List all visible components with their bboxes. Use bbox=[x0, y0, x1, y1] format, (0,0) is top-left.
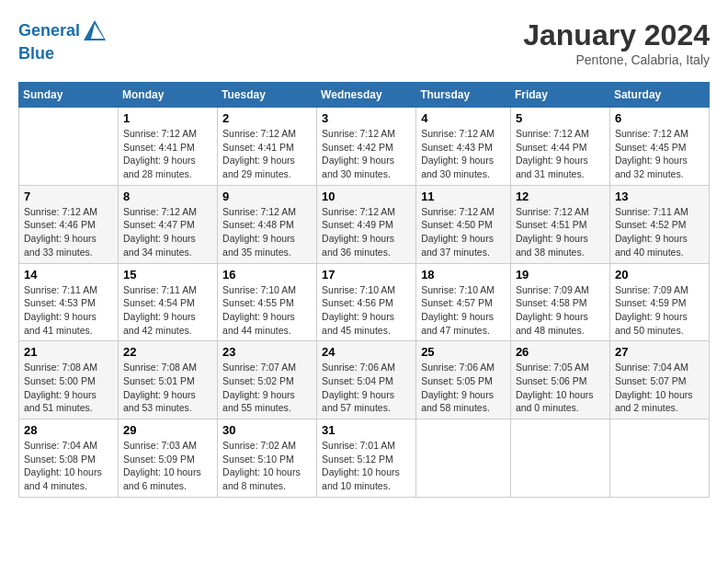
day-info: Sunrise: 7:12 AM Sunset: 4:41 PM Dayligh… bbox=[123, 127, 212, 181]
day-number: 8 bbox=[123, 190, 212, 203]
calendar-table: SundayMondayTuesdayWednesdayThursdayFrid… bbox=[18, 82, 710, 498]
day-info: Sunrise: 7:10 AM Sunset: 4:57 PM Dayligh… bbox=[421, 283, 506, 338]
day-number: 19 bbox=[516, 268, 605, 282]
day-cell: 3Sunrise: 7:12 AM Sunset: 4:42 PM Daylig… bbox=[317, 108, 416, 186]
week-row-1: 1Sunrise: 7:12 AM Sunset: 4:41 PM Daylig… bbox=[19, 108, 710, 186]
month-title: January 2024 bbox=[523, 18, 710, 52]
day-number: 7 bbox=[24, 190, 113, 203]
day-info: Sunrise: 7:12 AM Sunset: 4:42 PM Dayligh… bbox=[322, 127, 411, 181]
day-number: 17 bbox=[322, 268, 411, 282]
day-number: 4 bbox=[421, 111, 506, 125]
day-number: 14 bbox=[24, 268, 113, 282]
day-info: Sunrise: 7:08 AM Sunset: 5:01 PM Dayligh… bbox=[123, 361, 212, 415]
day-cell: 19Sunrise: 7:09 AM Sunset: 4:58 PM Dayli… bbox=[510, 263, 609, 341]
logo: General Blue bbox=[18, 18, 108, 64]
day-cell: 11Sunrise: 7:12 AM Sunset: 4:50 PM Dayli… bbox=[416, 185, 511, 263]
day-cell: 15Sunrise: 7:11 AM Sunset: 4:54 PM Dayli… bbox=[119, 263, 218, 341]
day-cell: 18Sunrise: 7:10 AM Sunset: 4:57 PM Dayli… bbox=[416, 263, 511, 341]
day-info: Sunrise: 7:12 AM Sunset: 4:49 PM Dayligh… bbox=[322, 205, 411, 259]
day-cell: 14Sunrise: 7:11 AM Sunset: 4:53 PM Dayli… bbox=[19, 263, 119, 341]
day-cell: 17Sunrise: 7:10 AM Sunset: 4:56 PM Dayli… bbox=[317, 263, 416, 341]
day-cell bbox=[19, 108, 119, 186]
day-cell: 12Sunrise: 7:12 AM Sunset: 4:51 PM Dayli… bbox=[510, 185, 609, 263]
day-number: 9 bbox=[222, 190, 312, 203]
day-info: Sunrise: 7:03 AM Sunset: 5:09 PM Dayligh… bbox=[123, 439, 212, 493]
day-number: 24 bbox=[322, 345, 411, 359]
day-info: Sunrise: 7:06 AM Sunset: 5:04 PM Dayligh… bbox=[322, 361, 411, 415]
day-cell: 21Sunrise: 7:08 AM Sunset: 5:00 PM Dayli… bbox=[19, 341, 119, 419]
day-cell: 23Sunrise: 7:07 AM Sunset: 5:02 PM Dayli… bbox=[218, 341, 317, 419]
day-number: 22 bbox=[123, 345, 212, 359]
day-info: Sunrise: 7:12 AM Sunset: 4:48 PM Dayligh… bbox=[222, 205, 312, 259]
week-row-2: 7Sunrise: 7:12 AM Sunset: 4:46 PM Daylig… bbox=[19, 185, 710, 263]
day-info: Sunrise: 7:12 AM Sunset: 4:43 PM Dayligh… bbox=[421, 127, 506, 181]
logo-blue: Blue bbox=[18, 44, 54, 63]
day-cell: 31Sunrise: 7:01 AM Sunset: 5:12 PM Dayli… bbox=[317, 419, 416, 498]
day-cell bbox=[510, 419, 609, 498]
day-number: 28 bbox=[24, 423, 113, 437]
day-info: Sunrise: 7:07 AM Sunset: 5:02 PM Dayligh… bbox=[222, 361, 312, 415]
day-number: 1 bbox=[123, 111, 212, 125]
day-info: Sunrise: 7:12 AM Sunset: 4:47 PM Dayligh… bbox=[123, 205, 212, 259]
day-info: Sunrise: 7:12 AM Sunset: 4:50 PM Dayligh… bbox=[421, 205, 506, 259]
day-number: 30 bbox=[222, 423, 312, 437]
day-info: Sunrise: 7:02 AM Sunset: 5:10 PM Dayligh… bbox=[222, 439, 312, 493]
day-cell: 27Sunrise: 7:04 AM Sunset: 5:07 PM Dayli… bbox=[609, 341, 709, 419]
column-header-sunday: Sunday bbox=[19, 83, 119, 108]
column-header-tuesday: Tuesday bbox=[218, 83, 317, 108]
day-info: Sunrise: 7:11 AM Sunset: 4:54 PM Dayligh… bbox=[123, 283, 212, 338]
day-cell: 28Sunrise: 7:04 AM Sunset: 5:08 PM Dayli… bbox=[19, 419, 119, 498]
day-info: Sunrise: 7:04 AM Sunset: 5:08 PM Dayligh… bbox=[24, 439, 113, 493]
day-info: Sunrise: 7:12 AM Sunset: 4:46 PM Dayligh… bbox=[24, 205, 113, 259]
day-cell: 16Sunrise: 7:10 AM Sunset: 4:55 PM Dayli… bbox=[218, 263, 317, 341]
day-number: 15 bbox=[123, 268, 212, 282]
day-number: 12 bbox=[516, 190, 605, 203]
day-cell bbox=[609, 419, 709, 498]
page-header: General Blue January 2024 Pentone, Calab… bbox=[18, 18, 710, 67]
day-cell: 13Sunrise: 7:11 AM Sunset: 4:52 PM Dayli… bbox=[609, 185, 709, 263]
day-info: Sunrise: 7:08 AM Sunset: 5:00 PM Dayligh… bbox=[24, 361, 113, 415]
day-info: Sunrise: 7:11 AM Sunset: 4:53 PM Dayligh… bbox=[24, 283, 113, 338]
day-info: Sunrise: 7:05 AM Sunset: 5:06 PM Dayligh… bbox=[516, 361, 605, 415]
day-info: Sunrise: 7:11 AM Sunset: 4:52 PM Dayligh… bbox=[615, 205, 704, 259]
day-info: Sunrise: 7:12 AM Sunset: 4:45 PM Dayligh… bbox=[615, 127, 704, 181]
column-header-thursday: Thursday bbox=[416, 83, 511, 108]
day-info: Sunrise: 7:12 AM Sunset: 4:44 PM Dayligh… bbox=[516, 127, 605, 181]
day-info: Sunrise: 7:12 AM Sunset: 4:51 PM Dayligh… bbox=[516, 205, 605, 259]
day-cell: 26Sunrise: 7:05 AM Sunset: 5:06 PM Dayli… bbox=[510, 341, 609, 419]
day-cell: 24Sunrise: 7:06 AM Sunset: 5:04 PM Dayli… bbox=[317, 341, 416, 419]
day-info: Sunrise: 7:09 AM Sunset: 4:58 PM Dayligh… bbox=[516, 283, 605, 338]
day-cell: 20Sunrise: 7:09 AM Sunset: 4:59 PM Dayli… bbox=[609, 263, 709, 341]
column-header-saturday: Saturday bbox=[609, 83, 709, 108]
day-number: 3 bbox=[322, 111, 411, 125]
logo-icon bbox=[82, 18, 108, 44]
day-cell: 30Sunrise: 7:02 AM Sunset: 5:10 PM Dayli… bbox=[218, 419, 317, 498]
day-number: 18 bbox=[421, 268, 506, 282]
day-cell: 2Sunrise: 7:12 AM Sunset: 4:41 PM Daylig… bbox=[218, 108, 317, 186]
week-row-5: 28Sunrise: 7:04 AM Sunset: 5:08 PM Dayli… bbox=[19, 419, 710, 498]
title-block: January 2024 Pentone, Calabria, Italy bbox=[523, 18, 710, 67]
column-header-wednesday: Wednesday bbox=[317, 83, 416, 108]
day-info: Sunrise: 7:10 AM Sunset: 4:55 PM Dayligh… bbox=[222, 283, 312, 338]
day-cell: 4Sunrise: 7:12 AM Sunset: 4:43 PM Daylig… bbox=[416, 108, 511, 186]
day-number: 21 bbox=[24, 345, 113, 359]
day-number: 29 bbox=[123, 423, 212, 437]
logo-general: General bbox=[18, 21, 80, 40]
day-number: 20 bbox=[615, 268, 704, 282]
day-number: 6 bbox=[615, 111, 704, 125]
day-number: 11 bbox=[421, 190, 506, 203]
day-cell: 10Sunrise: 7:12 AM Sunset: 4:49 PM Dayli… bbox=[317, 185, 416, 263]
day-cell: 6Sunrise: 7:12 AM Sunset: 4:45 PM Daylig… bbox=[609, 108, 709, 186]
day-number: 25 bbox=[421, 345, 506, 359]
week-row-4: 21Sunrise: 7:08 AM Sunset: 5:00 PM Dayli… bbox=[19, 341, 710, 419]
day-cell: 25Sunrise: 7:06 AM Sunset: 5:05 PM Dayli… bbox=[416, 341, 511, 419]
day-number: 23 bbox=[222, 345, 312, 359]
day-number: 2 bbox=[222, 111, 312, 125]
week-row-3: 14Sunrise: 7:11 AM Sunset: 4:53 PM Dayli… bbox=[19, 263, 710, 341]
day-info: Sunrise: 7:12 AM Sunset: 4:41 PM Dayligh… bbox=[222, 127, 312, 181]
day-cell: 8Sunrise: 7:12 AM Sunset: 4:47 PM Daylig… bbox=[119, 185, 218, 263]
day-cell: 9Sunrise: 7:12 AM Sunset: 4:48 PM Daylig… bbox=[218, 185, 317, 263]
day-cell: 29Sunrise: 7:03 AM Sunset: 5:09 PM Dayli… bbox=[119, 419, 218, 498]
day-info: Sunrise: 7:09 AM Sunset: 4:59 PM Dayligh… bbox=[615, 283, 704, 338]
day-cell: 7Sunrise: 7:12 AM Sunset: 4:46 PM Daylig… bbox=[19, 185, 119, 263]
